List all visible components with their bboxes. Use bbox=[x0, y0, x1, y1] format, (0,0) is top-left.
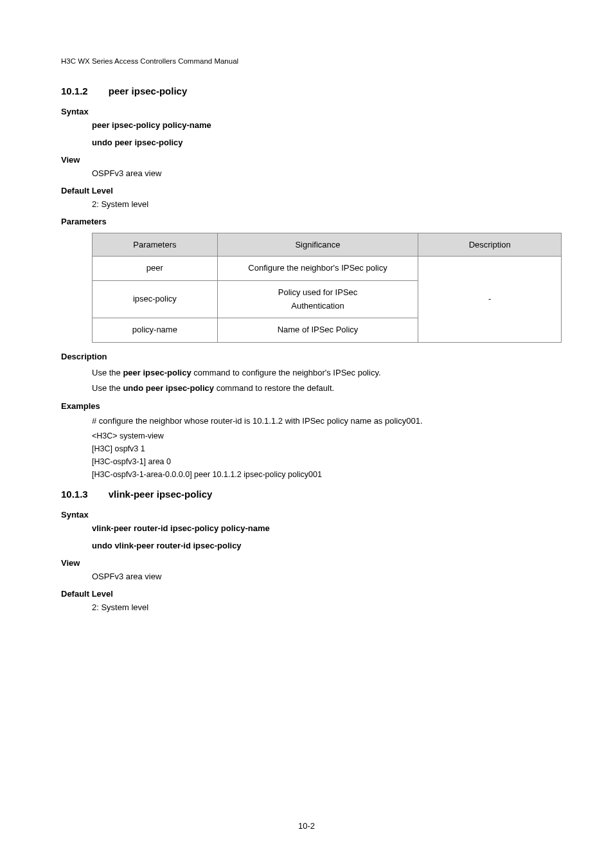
parameters-heading: Parameters bbox=[61, 217, 552, 226]
section-title-text-2: vlink-peer ipsec-policy bbox=[109, 489, 213, 500]
syntax-heading: Syntax bbox=[61, 107, 552, 116]
cell-sig: Policy used for IPSec Authentication bbox=[217, 280, 418, 318]
section-number-2: 10.1.3 bbox=[61, 489, 88, 500]
section-title-text: peer ipsec-policy bbox=[109, 86, 188, 96]
cell-desc-merged: - bbox=[418, 256, 562, 342]
example-intro: # configure the neighbor whose router-id… bbox=[92, 416, 552, 426]
page-header: H3C WX Series Access Controllers Command… bbox=[61, 57, 552, 66]
description-paragraph: Use the peer ipsec-policy command to con… bbox=[92, 366, 552, 379]
cell-sig: Configure the neighbor's IPSec policy bbox=[217, 256, 418, 280]
code-block: <H3C> system-view [H3C] ospfv3 1 [H3C-os… bbox=[92, 429, 552, 481]
view-heading-2: View bbox=[61, 558, 552, 568]
cell-sig: Name of IPSec Policy bbox=[217, 318, 418, 343]
cell-param: peer bbox=[93, 256, 218, 280]
col-description: Description bbox=[418, 233, 562, 256]
table-row: peer Configure the neighbor's IPSec poli… bbox=[93, 256, 562, 280]
cell-param: policy-name bbox=[93, 318, 218, 343]
examples-heading: Examples bbox=[61, 401, 552, 411]
col-parameters: Parameters bbox=[93, 233, 218, 256]
view-heading: View bbox=[61, 155, 552, 165]
page-number: 10-2 bbox=[0, 821, 613, 831]
syntax2-line-1: vlink-peer router-id ipsec-policy policy… bbox=[92, 523, 552, 533]
default-level-heading-2: Default Level bbox=[61, 589, 552, 599]
view-value-2: OSPFv3 area view bbox=[92, 572, 552, 581]
section-heading: 10.1.2 peer ipsec-policy bbox=[61, 86, 552, 96]
syntax-heading-2: Syntax bbox=[61, 510, 552, 520]
parameters-table: Parameters Significance Description peer… bbox=[92, 233, 562, 343]
section-number: 10.1.2 bbox=[61, 86, 88, 96]
default-level-value-2: 2: System level bbox=[92, 602, 552, 612]
default-level-heading: Default Level bbox=[61, 186, 552, 195]
col-significance: Significance bbox=[217, 233, 418, 256]
section-heading-2: 10.1.3 vlink-peer ipsec-policy bbox=[61, 489, 552, 500]
syntax2-line-2: undo vlink-peer router-id ipsec-policy bbox=[92, 541, 552, 550]
table-header-row: Parameters Significance Description bbox=[93, 233, 562, 256]
document-page: H3C WX Series Access Controllers Command… bbox=[0, 0, 613, 658]
description-heading: Description bbox=[61, 352, 552, 361]
syntax-line-2: undo peer ipsec-policy bbox=[92, 138, 552, 147]
cell-param: ipsec-policy bbox=[93, 280, 218, 318]
description-paragraph: Use the undo peer ipsec-policy command t… bbox=[92, 382, 552, 395]
default-level-value: 2: System level bbox=[92, 199, 552, 209]
view-value: OSPFv3 area view bbox=[92, 168, 552, 178]
syntax-line-1: peer ipsec-policy policy-name bbox=[92, 120, 552, 130]
